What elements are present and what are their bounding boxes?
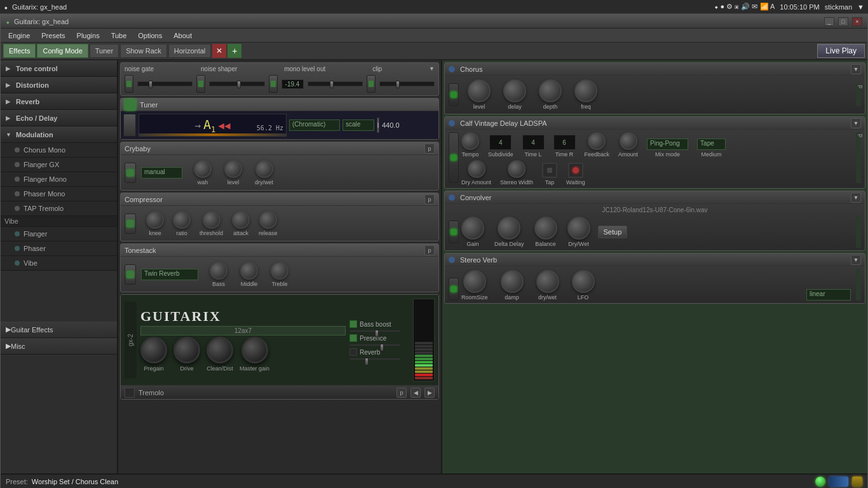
tonestack-treble-knob[interactable] [271, 262, 288, 280]
tremolo-prev-btn[interactable]: ◀ [410, 388, 421, 398]
chorus-freq-knob[interactable] [574, 79, 597, 102]
bass-boost-slider[interactable] [349, 330, 400, 332]
sidebar-sub-flanger-gx[interactable]: Flanger GX [1, 158, 117, 172]
amp-mastergain-knob[interactable] [241, 337, 268, 363]
stereo-verb-toggle[interactable] [449, 278, 459, 301]
tonestack-menu-btn[interactable]: p [424, 245, 435, 255]
clip-slider[interactable] [379, 81, 435, 86]
convolver-setup-btn[interactable]: Setup [598, 226, 628, 238]
calf-stereowidth-knob[interactable] [508, 160, 526, 178]
crybaby-level-knob[interactable] [224, 160, 242, 178]
tuner-button[interactable]: Tuner [90, 44, 119, 58]
tremolo-next-btn[interactable]: ▶ [424, 388, 435, 398]
chorus-level-knob[interactable] [468, 79, 491, 102]
level-toggle[interactable] [269, 75, 278, 93]
noise-shaper-slider[interactable] [209, 81, 264, 86]
conv-drywet-knob[interactable] [567, 217, 590, 240]
tuner-sensitivity[interactable] [123, 114, 136, 137]
presence-checkbox[interactable] [349, 334, 357, 342]
compressor-menu-btn[interactable]: p [424, 194, 435, 205]
chorus-toggle[interactable] [449, 83, 459, 106]
noise-shaper-toggle[interactable] [196, 75, 205, 93]
power-button[interactable]: ✕ [212, 44, 226, 58]
horizontal-button[interactable]: Horizontal [168, 44, 212, 58]
calf-tap-led[interactable] [542, 163, 557, 178]
stereo-verb-menu-btn[interactable]: ▼ [851, 255, 861, 265]
reverb-checkbox[interactable] [349, 348, 357, 356]
sidebar-sub-phaser[interactable]: Phaser [1, 241, 117, 256]
clip-toggle[interactable] [367, 75, 376, 93]
comp-release-knob[interactable] [259, 211, 277, 229]
menu-about[interactable]: About [168, 30, 197, 41]
tonestack-middle-knob[interactable] [240, 262, 258, 280]
presence-slider[interactable] [349, 344, 400, 346]
effects-button[interactable]: Effects [3, 44, 36, 58]
sv-damp-knob[interactable] [501, 270, 524, 293]
sv-lfo-knob[interactable] [572, 270, 595, 293]
chorus-delay-knob[interactable] [503, 79, 526, 102]
noise-gate-slider[interactable] [137, 81, 193, 86]
close-button[interactable]: × [852, 17, 862, 26]
chorus-menu-btn[interactable]: ▼ [851, 64, 861, 74]
calf-delay-menu-btn[interactable]: ▼ [851, 118, 861, 128]
conv-balance-knob[interactable] [534, 217, 557, 240]
amp-cleandist-knob[interactable] [207, 337, 233, 363]
sidebar-item-tone-control[interactable]: ▶ Tone control [1, 60, 117, 77]
tremolo-toggle[interactable] [125, 388, 135, 398]
conv-deltadelay-knob[interactable] [498, 217, 520, 240]
tuner-active-led[interactable] [125, 99, 136, 111]
calf-amount-knob[interactable] [620, 132, 637, 150]
chorus-depth-knob[interactable] [539, 79, 562, 102]
calf-dryamount-knob[interactable] [468, 160, 485, 178]
sidebar-misc[interactable]: ▶ Misc [1, 338, 117, 355]
sidebar-sub-flanger[interactable]: Flanger [1, 227, 117, 241]
config-mode-button[interactable]: Config Mode [37, 44, 88, 58]
tonestack-toggle[interactable] [125, 264, 136, 285]
bass-boost-checkbox[interactable] [349, 320, 357, 328]
show-rack-button[interactable]: Show Rack [120, 44, 167, 58]
sv-roomsize-knob[interactable] [463, 270, 486, 293]
dropdown-arrow-icon[interactable]: ▼ [429, 65, 435, 72]
menu-options[interactable]: Options [133, 30, 167, 41]
noise-gate-toggle[interactable] [125, 75, 133, 93]
crybaby-toggle[interactable] [125, 163, 136, 183]
comp-ratio-knob[interactable] [173, 211, 191, 229]
calf-medium-dropdown[interactable]: Tape [697, 139, 726, 150]
calf-delay-toggle[interactable] [449, 132, 459, 183]
tuner-mode-dropdown[interactable]: (Chromatic) [289, 119, 340, 131]
comp-knee-knob[interactable] [146, 211, 164, 229]
crybaby-wah-knob[interactable] [194, 160, 212, 178]
comp-threshold-knob[interactable] [203, 211, 220, 229]
calf-waiting-led[interactable] [568, 163, 583, 178]
sidebar-guitar-effects[interactable]: ▶ Guitar Effects [1, 322, 117, 338]
sidebar-sub-vibe[interactable]: Vibe [1, 256, 117, 271]
maximize-button[interactable]: □ [838, 17, 848, 26]
convolver-toggle[interactable] [449, 220, 459, 243]
live-play-button[interactable]: Live Play [817, 44, 865, 58]
menu-presets[interactable]: Presets [36, 30, 70, 41]
tonestack-bass-knob[interactable] [210, 262, 227, 280]
amp-drive-knob[interactable] [173, 337, 200, 363]
conv-gain-knob[interactable] [461, 217, 484, 240]
menu-engine[interactable]: Engine [3, 30, 35, 41]
calf-tempo-knob[interactable] [461, 132, 479, 150]
sidebar-sub-tap-tremolo[interactable]: TAP Tremolo [1, 201, 117, 216]
tremolo-p-btn[interactable]: p [397, 388, 407, 398]
comp-attack-knob[interactable] [232, 211, 250, 229]
tonestack-preset-dropdown[interactable]: Twin Reverb [141, 269, 198, 280]
minimize-button[interactable]: _ [824, 17, 834, 26]
sidebar-item-modulation[interactable]: ▼ Modulation [1, 126, 117, 143]
sidebar-sub-chorus-mono[interactable]: Chorus Mono [1, 143, 117, 158]
sv-mode-dropdown[interactable]: linear [806, 289, 851, 301]
level-slider[interactable] [308, 81, 363, 86]
tuner-scale-dropdown[interactable]: scale [342, 119, 374, 131]
calf-mixmode-dropdown[interactable]: Ping-Pong [647, 139, 688, 150]
crybaby-mode-dropdown[interactable]: manual [141, 167, 182, 179]
convolver-menu-btn[interactable]: ▼ [851, 193, 861, 203]
crybaby-drywet-knob[interactable] [255, 160, 273, 178]
amp-pregain-knob[interactable] [140, 337, 167, 363]
crybaby-menu-btn[interactable]: p [424, 144, 435, 154]
calf-feedback-knob[interactable] [588, 132, 606, 150]
menu-plugins[interactable]: Plugins [72, 30, 105, 41]
reverb-slider[interactable] [349, 358, 400, 360]
